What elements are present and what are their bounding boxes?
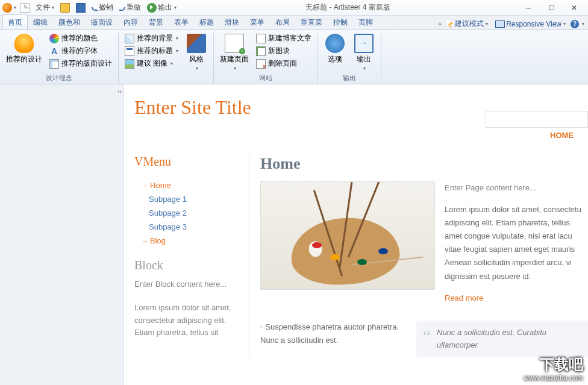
vmenu-home[interactable]: Home: [134, 178, 239, 192]
brush-icon: [187, 34, 206, 53]
tab-layout2[interactable]: 布局: [270, 14, 295, 30]
search-input[interactable]: [486, 111, 588, 128]
redo-button[interactable]: 重做: [117, 2, 143, 13]
bullet-list: Suspendisse pharetra auctor pharetra. Nu…: [260, 321, 404, 358]
titlebar: ▾ 文件▾ 撤销 重做 输出▾ 无标题 - Artisteer 4 家庭版 ─ …: [0, 0, 588, 16]
delete-page-button[interactable]: 删除页面: [254, 58, 314, 69]
suggested-image-button[interactable]: 建议 图像▾: [122, 58, 181, 69]
output-button[interactable]: 输出▾: [351, 33, 377, 72]
block-icon: [256, 46, 266, 56]
page-heading: Home: [260, 155, 588, 173]
block-heading: Block: [134, 258, 239, 272]
export-icon: [147, 3, 157, 13]
tab-footer[interactable]: 页脚: [353, 14, 378, 30]
tab-layout[interactable]: 版面设: [86, 14, 118, 30]
save-button[interactable]: [74, 2, 88, 13]
workspace: ‹‹ Enter Site Title HOME VMenu Home Subp…: [0, 84, 588, 385]
suggested-fonts-button[interactable]: A推荐的字体: [47, 45, 114, 57]
suggested-header-button[interactable]: 推荐的标题▾: [122, 45, 181, 57]
tab-slider[interactable]: 滑块: [219, 14, 245, 30]
ribbon-group-design: 推荐的设计 推荐的颜色 A推荐的字体 推荐的版面设计 设计理念: [0, 33, 119, 84]
tab-home[interactable]: 首页: [2, 14, 28, 30]
tab-controls[interactable]: 控制: [328, 14, 353, 30]
block-placeholder[interactable]: Enter Block content here...: [134, 278, 239, 291]
new-blog-post-button[interactable]: 新建博客文章: [254, 33, 314, 44]
vmenu-sub2[interactable]: Subpage 2: [134, 206, 239, 220]
suggested-colors-button[interactable]: 推荐的颜色: [47, 33, 114, 44]
tab-menu[interactable]: 菜单: [245, 14, 270, 30]
group-label-website: 网站: [217, 74, 314, 84]
ribbon-group-output: 选项 输出▾ 输出: [318, 33, 381, 84]
app-menu-dropdown[interactable]: ▾: [14, 5, 16, 10]
close-button[interactable]: ✕: [563, 1, 586, 14]
ribbon-group-style: 推荐的背景▾ 推荐的标题▾ 建议 图像▾ 风格▾: [119, 33, 214, 84]
tab-overflow-button[interactable]: «: [439, 20, 442, 27]
open-icon: [60, 3, 70, 13]
ribbon-body: 推荐的设计 推荐的颜色 A推荐的字体 推荐的版面设计 设计理念 推荐的背景▾ 推…: [0, 30, 588, 84]
page-content-placeholder[interactable]: Enter Page content here...: [445, 181, 588, 195]
new-file-button[interactable]: [17, 2, 32, 13]
globe-icon: [325, 34, 345, 53]
tab-edit[interactable]: 编辑: [28, 14, 53, 30]
vmenu-heading: VMenu: [134, 155, 239, 169]
header-icon: [125, 46, 134, 56]
left-panel-collapsed: ‹‹: [0, 84, 124, 385]
block-lorem: Lorem ipsum dolor sit amet, consectetur …: [134, 302, 239, 339]
file-menu-button[interactable]: 文件▾: [33, 2, 57, 13]
article-text: Enter Page content here... Lorem ipsum d…: [445, 181, 588, 305]
tab-background[interactable]: 背景: [143, 14, 169, 30]
content-area: VMenu Home Subpage 1 Subpage 2 Subpage 3…: [134, 155, 588, 357]
style-button[interactable]: 风格▾: [183, 33, 210, 72]
font-icon: A: [49, 46, 59, 56]
vmenu-sub1[interactable]: Subpage 1: [134, 192, 239, 206]
app-icon: [2, 3, 12, 13]
new-file-icon: [20, 3, 30, 13]
paint-dab: [378, 248, 388, 254]
undo-icon: [92, 7, 98, 11]
undo-button[interactable]: 撤销: [89, 2, 116, 13]
read-more-link[interactable]: Read more: [445, 292, 483, 305]
nav-home-link[interactable]: HOME: [550, 131, 574, 140]
paint-dab: [330, 254, 340, 260]
group-label-style: [122, 75, 210, 84]
background-icon: [125, 34, 134, 43]
open-button[interactable]: [58, 2, 72, 13]
tab-colors[interactable]: 颜色和: [53, 14, 86, 30]
article-image[interactable]: [260, 181, 435, 290]
suggested-bg-button[interactable]: 推荐的背景▾: [122, 33, 181, 44]
output-icon: [354, 34, 374, 53]
vmenu-sub3[interactable]: Subpage 3: [134, 220, 239, 234]
suggested-layout-button[interactable]: 推荐的版面设计: [47, 58, 114, 69]
bullet-item: Suspendisse pharetra auctor pharetra. Nu…: [260, 321, 404, 347]
ribbon-tabs: 首页 编辑 颜色和 版面设 内容 背景 表单 标题 滑块 菜单 布局 垂直菜 控…: [0, 16, 588, 30]
delete-page-icon: [256, 59, 266, 69]
design-canvas[interactable]: Enter Site Title HOME VMenu Home Subpage…: [124, 84, 588, 385]
vmenu-blog[interactable]: Blog: [134, 234, 239, 248]
minimize-button[interactable]: ─: [517, 1, 540, 14]
blog-icon: [256, 34, 266, 43]
tab-header[interactable]: 标题: [194, 14, 219, 30]
expand-handle[interactable]: ‹‹: [117, 88, 122, 95]
ribbon-group-website: + 新建页面▾ 新建博客文章 新图块 删除页面 网站: [214, 33, 318, 84]
layout-icon: [49, 59, 59, 69]
page-main: Home Enter Page content here.: [249, 155, 588, 357]
tab-sheet[interactable]: 表单: [169, 14, 194, 30]
bulb-icon: [14, 34, 34, 53]
group-label-output: 输出: [322, 74, 377, 84]
new-block-button[interactable]: 新图块: [254, 45, 314, 57]
suggested-design-button[interactable]: 推荐的设计: [4, 33, 45, 66]
options-button[interactable]: 选项: [322, 33, 348, 66]
export-button[interactable]: 输出▾: [145, 2, 179, 13]
maximize-button[interactable]: ☐: [540, 1, 563, 14]
suggest-mode-button[interactable]: 建议模式▾: [444, 17, 490, 30]
new-page-button[interactable]: + 新建页面▾: [217, 33, 251, 72]
window-title: 无标题 - Artisteer 4 家庭版: [179, 2, 517, 13]
article-bottom-row: Suspendisse pharetra auctor pharetra. Nu…: [260, 321, 588, 358]
tab-content[interactable]: 内容: [118, 14, 143, 30]
tab-vmenu[interactable]: 垂直菜: [295, 14, 328, 30]
responsive-view-button[interactable]: Responsive View▾: [493, 19, 568, 30]
top-nav: HOME: [134, 130, 588, 140]
blockquote: Nunc a sollicitudin est. Curabitu ullamc…: [416, 321, 588, 358]
help-button[interactable]: ?: [571, 20, 579, 28]
article: Enter Page content here... Lorem ipsum d…: [260, 181, 588, 305]
